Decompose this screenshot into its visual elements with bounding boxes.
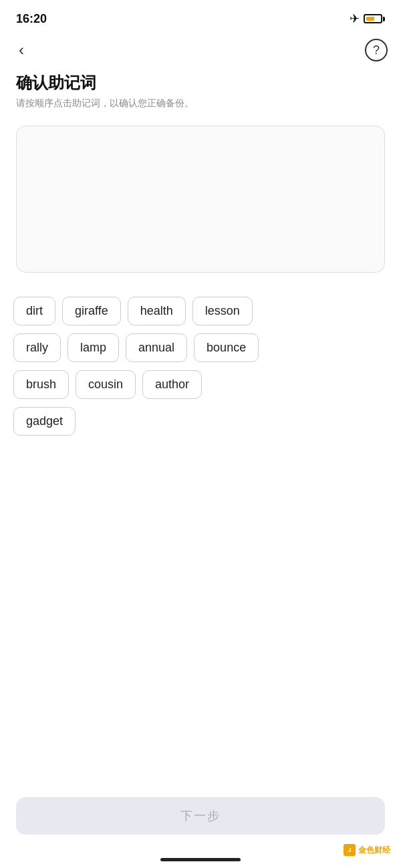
home-indicator (160, 858, 241, 861)
help-button[interactable]: ? (365, 39, 388, 61)
back-button[interactable]: ‹ (13, 39, 29, 61)
word-chip-bounce[interactable]: bounce (194, 333, 259, 362)
page-title: 确认助记词 (16, 72, 385, 94)
battery-icon (364, 14, 385, 23)
next-button[interactable]: 下一步 (16, 797, 385, 835)
words-row-1: dirt giraffe health lesson (13, 297, 388, 325)
word-chip-cousin[interactable]: cousin (76, 370, 136, 399)
word-chip-rally[interactable]: rally (13, 333, 61, 362)
words-row-3: brush cousin author (13, 370, 388, 399)
words-container: dirt giraffe health lesson rally lamp an… (0, 286, 401, 454)
nav-row: ‹ ? (0, 33, 401, 67)
word-chip-lamp[interactable]: lamp (68, 333, 119, 362)
page-header: 确认助记词 请按顺序点击助记词，以确认您正确备份。 (0, 67, 401, 112)
watermark-icon: J (344, 844, 356, 856)
words-row-4: gadget (13, 407, 388, 436)
word-chip-health[interactable]: health (128, 297, 186, 325)
word-chip-annual[interactable]: annual (126, 333, 187, 362)
word-chip-lesson[interactable]: lesson (192, 297, 253, 325)
word-chip-author[interactable]: author (142, 370, 202, 399)
word-chip-gadget[interactable]: gadget (13, 407, 76, 436)
word-chip-giraffe[interactable]: giraffe (62, 297, 121, 325)
status-time: 16:20 (16, 12, 47, 26)
words-row-2: rally lamp annual bounce (13, 333, 388, 362)
page-subtitle: 请按顺序点击助记词，以确认您正确备份。 (16, 98, 385, 110)
bottom-section: 下一步 (0, 797, 401, 835)
word-chip-dirt[interactable]: dirt (13, 297, 55, 325)
airplane-icon: ✈ (350, 11, 360, 26)
mnemonic-input-area[interactable] (16, 126, 385, 273)
word-chip-brush[interactable]: brush (13, 370, 69, 399)
watermark-brand: 金色财经 (358, 845, 390, 856)
status-bar: 16:20 ✈ (0, 0, 401, 33)
status-icons: ✈ (350, 11, 385, 26)
watermark: J 金色财经 (344, 844, 390, 856)
